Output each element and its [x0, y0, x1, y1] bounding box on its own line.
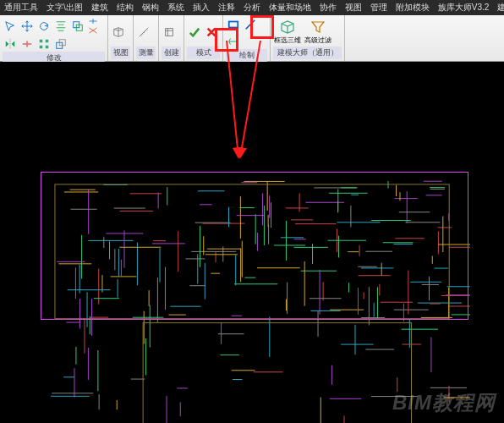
tab-插入[interactable]: 插入 [189, 0, 214, 15]
pick-tool[interactable] [226, 34, 241, 49]
panel-draw: 绘制 [223, 15, 271, 61]
box3d-icon [279, 19, 296, 36]
measure-icon[interactable] [136, 25, 151, 40]
watermark: BIM教程网 [392, 389, 496, 416]
box3d-button[interactable]: 框选三维 [273, 18, 302, 47]
panel-measure-label: 测量 [136, 47, 156, 59]
tab-建模大师（机电）[interactable]: 建模大师（机电） [493, 0, 504, 15]
line-tool[interactable] [243, 17, 258, 32]
tab-结构[interactable]: 结构 [112, 0, 138, 15]
svg-rect-4 [46, 40, 49, 43]
view-icon[interactable] [111, 25, 126, 40]
tab-协作[interactable]: 协作 [315, 0, 341, 15]
panel-modify: 修改 [0, 15, 108, 61]
panel-draw-label: 绘制 [226, 49, 267, 62]
tab-体量和场地[interactable]: 体量和场地 [265, 0, 315, 15]
panel-bm-label: 建模大师（通用） [273, 47, 342, 59]
ribbon: 修改 视图 测量 创建 模式 绘制 框选三维 [0, 15, 504, 62]
cancel-button[interactable] [204, 25, 219, 40]
confirm-button[interactable] [187, 25, 202, 40]
scale-icon[interactable] [53, 36, 68, 52]
offset-icon[interactable] [70, 19, 85, 34]
array-icon[interactable] [36, 36, 52, 52]
filter-button[interactable]: 高级过滤 [304, 18, 332, 47]
svg-rect-10 [229, 22, 238, 28]
tab-钢构[interactable]: 钢构 [138, 0, 163, 15]
trim2-icon[interactable] [87, 26, 99, 35]
svg-rect-232 [143, 323, 411, 423]
panel-create: 创建 [159, 15, 184, 61]
rotate-icon[interactable] [36, 19, 52, 34]
tab-建筑[interactable]: 建筑 [87, 0, 112, 15]
rect-tool[interactable] [226, 17, 241, 32]
panel-mode-label: 模式 [187, 47, 220, 59]
floor-plan [51, 180, 470, 423]
tab-族库大师V3.2[interactable]: 族库大师V3.2 [434, 0, 494, 15]
tab-通用工具[interactable]: 通用工具 [0, 0, 42, 15]
tab-视图[interactable]: 视图 [341, 0, 366, 15]
split-icon[interactable] [19, 36, 35, 52]
create-icon[interactable] [162, 25, 177, 40]
panel-mode: 模式 [184, 15, 223, 61]
viewport[interactable]: BIM教程网 [0, 62, 504, 423]
svg-rect-6 [46, 46, 49, 49]
tab-系统[interactable]: 系统 [163, 0, 189, 15]
tab-管理[interactable]: 管理 [366, 0, 392, 15]
move-icon[interactable] [19, 19, 35, 34]
mirror-icon[interactable] [3, 36, 18, 52]
panel-view: 视图 [108, 15, 134, 61]
panel-create-label: 创建 [162, 47, 181, 59]
panel-measure: 测量 [134, 15, 159, 61]
select-icon[interactable] [3, 19, 18, 34]
align-icon[interactable] [53, 19, 68, 34]
tab-分析[interactable]: 分析 [239, 0, 265, 15]
tab-注释[interactable]: 注释 [214, 0, 239, 15]
tab-文字\出图[interactable]: 文字\出图 [42, 0, 87, 15]
svg-rect-5 [40, 46, 43, 49]
svg-rect-3 [40, 40, 43, 43]
tab-附加模块[interactable]: 附加模块 [392, 0, 434, 15]
panel-view-label: 视图 [111, 47, 130, 59]
ribbon-tabs: 通用工具文字\出图建筑结构钢构系统插入注释分析体量和场地协作视图管理附加模块族库… [0, 0, 504, 15]
panel-bm: 框选三维 高级过滤 建模大师（通用） [271, 15, 345, 61]
filter-icon [310, 19, 326, 36]
svg-rect-9 [166, 28, 173, 36]
